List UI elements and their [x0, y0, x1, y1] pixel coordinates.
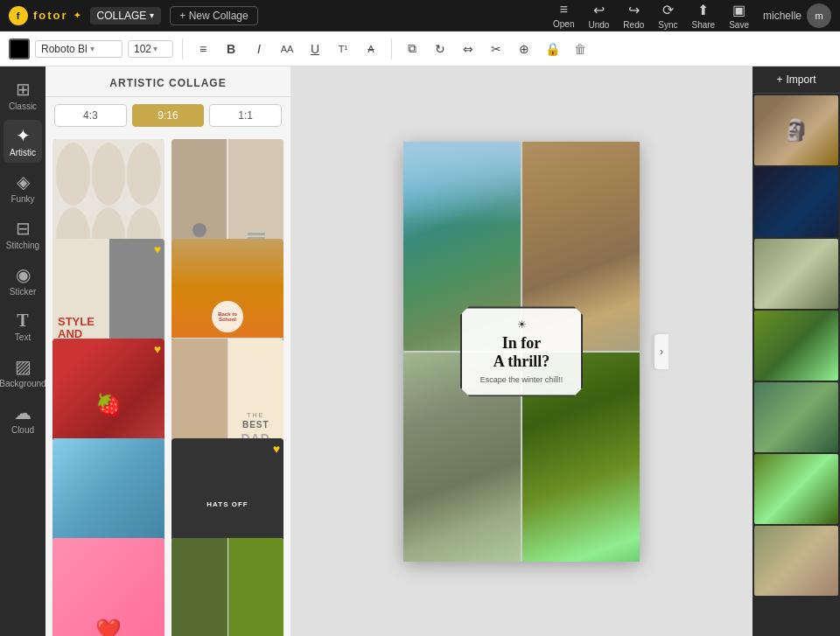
flip-h-button[interactable]: ⇔ [457, 38, 480, 60]
classic-icon: ⊞ [16, 79, 31, 100]
panel-collapse-arrow[interactable]: › [654, 334, 668, 369]
aspect-tab-1-1[interactable]: 1:1 [209, 104, 282, 127]
overlay-subtitle: Escape the winter chill!! [476, 375, 567, 384]
right-photos: 🗿 [752, 94, 840, 636]
crop-button[interactable]: ✂ [485, 38, 508, 60]
user-area[interactable]: michelle m [763, 3, 831, 28]
heart-icon-1: ♥ [154, 242, 161, 256]
sidebar-item-artistic[interactable]: ✦ Artistic [4, 120, 42, 163]
import-icon: + [776, 73, 782, 86]
template-card-grid-5[interactable] [172, 538, 284, 636]
right-panel: + Import 🗿 [752, 66, 840, 636]
panel-title: ARTISTIC COLLAGE [46, 66, 290, 97]
undo-icon: ↩ [593, 2, 605, 18]
templates-grid: STYLEANDPO SE person ♥ Back toSchool [46, 134, 290, 636]
new-collage-button[interactable]: + New Collage [170, 6, 257, 25]
redo-button[interactable]: ↪ Redo [623, 2, 644, 30]
aspect-tabs: 4:3 9:16 1:1 [46, 97, 290, 134]
funky-icon: ◈ [17, 171, 30, 192]
share-button[interactable]: ⬆ Share [692, 2, 716, 30]
aspect-tab-9-16[interactable]: 9:16 [132, 104, 205, 127]
redo-label: Redo [623, 20, 644, 30]
undo-label: Undo [588, 20, 609, 30]
open-icon: ≡ [560, 2, 568, 17]
sidebar-text-label: Text [15, 332, 31, 342]
sticker-icon: ◉ [16, 264, 31, 285]
collage-label: COLLAGE [97, 10, 147, 22]
font-dropdown-icon: ▾ [90, 44, 94, 53]
font-size-value: 102 [134, 43, 151, 55]
canvas-wrapper[interactable]: ☀ In forA thrill? Escape the winter chil… [403, 142, 640, 562]
templates-panel: ARTISTIC COLLAGE 4:3 9:16 1:1 [46, 66, 290, 636]
sidebar-cloud-label: Cloud [11, 425, 34, 435]
right-photo-7[interactable] [754, 526, 838, 596]
overlay-title: In forA thrill? [476, 334, 567, 372]
top-nav: f fotor ✦ COLLAGE ▾ + New Collage ≡ Open… [0, 0, 840, 31]
user-name: michelle [763, 10, 802, 22]
overlay-text-box[interactable]: ☀ In forA thrill? Escape the winter chil… [460, 306, 583, 396]
color-swatch[interactable] [9, 38, 30, 59]
italic-button[interactable]: I [248, 38, 270, 60]
text-icon: T [17, 311, 28, 331]
left-sidebar: ⊞ Classic ✦ Artistic ◈ Funky ⊟ Stitching… [0, 66, 46, 636]
font-size-selector[interactable]: 102 ▾ [128, 40, 173, 58]
save-label: Save [729, 20, 749, 30]
share-label: Share [692, 20, 716, 30]
open-button[interactable]: ≡ Open [553, 2, 574, 29]
rotate-button[interactable]: ↻ [429, 38, 452, 60]
right-photo-5[interactable] [754, 382, 838, 452]
lock-button[interactable]: 🔒 [541, 38, 564, 60]
sidebar-item-classic[interactable]: ⊞ Classic [4, 73, 42, 116]
bold-button[interactable]: B [220, 38, 242, 60]
strikethrough-button[interactable]: A [360, 38, 382, 60]
sidebar-item-funky[interactable]: ◈ Funky [4, 166, 42, 209]
nav-actions: ≡ Open ↩ Undo ↪ Redo ⟳ Sync ⬆ Share ▣ Sa… [553, 2, 831, 30]
redo-icon: ↪ [628, 2, 640, 18]
sidebar-item-background[interactable]: ▨ Background [4, 351, 42, 394]
sync-label: Sync [658, 20, 677, 30]
heart-icon-2: ♥ [154, 342, 161, 356]
sidebar-item-stitching[interactable]: ⊟ Stitching [4, 213, 42, 255]
logo-star: ✦ [74, 10, 81, 20]
collage-dropdown[interactable]: COLLAGE ▾ [90, 7, 162, 24]
user-avatar: m [807, 3, 831, 28]
sidebar-sticker-label: Sticker [10, 287, 37, 297]
logo-text: fotor [33, 9, 68, 22]
background-icon: ▨ [15, 356, 32, 377]
template-card-valentines[interactable]: ❤️ HappyValentine's [52, 538, 164, 636]
sync-icon: ⟳ [662, 2, 674, 18]
duplicate-button[interactable]: ⧉ [401, 38, 424, 60]
underline-button[interactable]: U [304, 38, 326, 60]
right-photo-3[interactable] [754, 239, 838, 309]
delete-button[interactable]: 🗑 [569, 38, 592, 60]
save-button[interactable]: ▣ Save [729, 2, 749, 30]
sidebar-artistic-label: Artistic [10, 148, 36, 157]
undo-button[interactable]: ↩ Undo [588, 2, 609, 30]
toolbar-separator-2 [391, 38, 392, 59]
sync-button[interactable]: ⟳ Sync [658, 2, 677, 30]
layers-button[interactable]: ⊕ [513, 38, 536, 60]
sidebar-funky-label: Funky [10, 194, 34, 204]
logo[interactable]: f fotor ✦ [9, 6, 81, 25]
right-photo-6[interactable] [754, 454, 838, 524]
aa-button[interactable]: AA [276, 38, 298, 60]
overlay-sun-icon: ☀ [476, 318, 567, 331]
sidebar-item-sticker[interactable]: ◉ Sticker [4, 259, 42, 302]
import-button[interactable]: + Import [752, 66, 840, 94]
font-selector[interactable]: Roboto Bl ▾ [35, 40, 122, 58]
sidebar-background-label: Background [0, 379, 46, 388]
sidebar-item-cloud[interactable]: ☁ Cloud [4, 397, 42, 440]
align-left-button[interactable]: ≡ [192, 38, 214, 60]
main-layout: ⊞ Classic ✦ Artistic ◈ Funky ⊟ Stitching… [0, 66, 840, 636]
right-photo-1[interactable]: 🗿 [754, 95, 838, 165]
sidebar-item-text[interactable]: T Text [4, 305, 42, 347]
toolbar-separator-1 [182, 38, 183, 59]
new-collage-label: + New Collage [179, 10, 248, 22]
aspect-tab-4-3[interactable]: 4:3 [54, 104, 127, 127]
right-photo-2[interactable] [754, 167, 838, 237]
superscript-button[interactable]: T¹ [332, 38, 354, 60]
right-photo-4[interactable] [754, 311, 838, 381]
open-label: Open [553, 19, 574, 29]
save-icon: ▣ [732, 2, 746, 18]
font-name: Roboto Bl [41, 43, 88, 55]
